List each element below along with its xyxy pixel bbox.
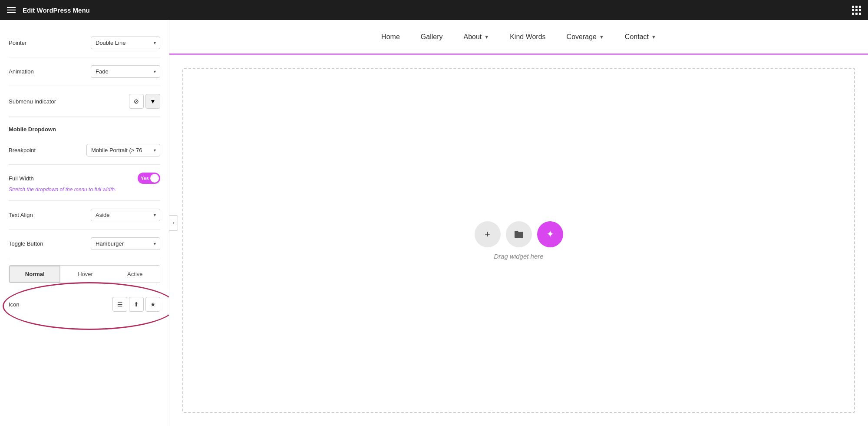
widget-add-button[interactable]: +: [475, 221, 501, 247]
state-tabs: Normal Hover Active: [9, 265, 160, 283]
widget-folder-button[interactable]: [506, 221, 532, 247]
icon-star-btn[interactable]: ★: [145, 297, 160, 312]
breakpoint-select[interactable]: Mobile Portrait (> 76 Mobile Landscape T…: [86, 144, 160, 156]
nav-home-label: Home: [381, 33, 400, 41]
icon-row: Icon ☰ ⬆ ★: [9, 290, 160, 319]
toggle-yes-label: Yes: [141, 176, 149, 181]
icon-upload-btn[interactable]: ⬆: [129, 297, 144, 312]
nav-item-contact[interactable]: Contact ▼: [625, 33, 656, 41]
breakpoint-select-wrapper: Mobile Portrait (> 76 Mobile Landscape T…: [86, 144, 160, 156]
nav-preview: Home Gallery About ▼ Kind Words Coverage…: [169, 20, 868, 55]
pointer-select-wrapper: Double Line Underline Overline None: [91, 37, 160, 49]
main-layout: Pointer Double Line Underline Overline N…: [0, 20, 868, 426]
nav-item-home[interactable]: Home: [381, 33, 400, 41]
sidebar: Pointer Double Line Underline Overline N…: [0, 20, 169, 426]
toggle-button-row: Toggle Button Hamburger Arrow None: [9, 230, 160, 258]
nav-coverage-label: Coverage: [567, 33, 597, 41]
animation-select-wrapper: Fade Slide None: [91, 65, 160, 78]
folder-icon: [514, 230, 524, 239]
mobile-dropdown-heading: Mobile Dropdown: [9, 119, 160, 136]
breakpoint-row: Breakpoint Mobile Portrait (> 76 Mobile …: [9, 136, 160, 165]
text-align-label: Text Align: [9, 212, 33, 218]
nav-coverage-chevron: ▼: [599, 34, 604, 40]
icon-list-btn[interactable]: ☰: [112, 297, 127, 312]
nav-kind-words-label: Kind Words: [510, 33, 545, 41]
full-width-hint: Stretch the dropdown of the menu to full…: [9, 186, 160, 193]
widget-magic-button[interactable]: ✦: [537, 221, 563, 247]
pointer-select[interactable]: Double Line Underline Overline None: [91, 37, 160, 49]
animation-select[interactable]: Fade Slide None: [91, 65, 160, 78]
top-bar: Edit WordPress Menu: [0, 0, 868, 20]
submenu-indicator-row: Submenu Indicator ⊘ ▼: [9, 86, 160, 117]
pointer-row: Pointer Double Line Underline Overline N…: [9, 29, 160, 57]
widget-buttons: + ✦: [475, 221, 563, 247]
nav-item-gallery[interactable]: Gallery: [421, 33, 443, 41]
pointer-label: Pointer: [9, 40, 26, 46]
submenu-controls: ⊘ ▼: [129, 94, 160, 109]
sidebar-collapse-arrow[interactable]: ‹: [169, 215, 178, 231]
tab-hover[interactable]: Hover: [60, 266, 110, 283]
text-align-select[interactable]: Aside Left Center Right: [91, 209, 160, 221]
toggle-button-select-wrapper: Hamburger Arrow None: [91, 237, 160, 250]
text-align-select-wrapper: Aside Left Center Right: [91, 209, 160, 221]
animation-label: Animation: [9, 68, 34, 75]
toggle-knob: [150, 174, 159, 183]
widget-drag-text: Drag widget here: [494, 253, 543, 260]
hamburger-icon[interactable]: [7, 7, 16, 13]
nav-about-chevron: ▼: [484, 34, 489, 40]
toggle-track: Yes: [138, 173, 160, 184]
canvas: Home Gallery About ▼ Kind Words Coverage…: [169, 20, 868, 426]
nav-item-coverage[interactable]: Coverage ▼: [567, 33, 604, 41]
text-align-row: Text Align Aside Left Center Right: [9, 201, 160, 230]
submenu-indicator-dropdown-btn[interactable]: ▼: [145, 94, 160, 109]
nav-contact-label: Contact: [625, 33, 649, 41]
icon-controls: ☰ ⬆ ★: [112, 297, 160, 312]
mobile-dropdown-section: Mobile Dropdown Breakpoint Mobile Portra…: [9, 117, 160, 319]
full-width-row: Full Width Yes Stretch the dropdown of t…: [9, 165, 160, 201]
page-title: Edit WordPress Menu: [23, 7, 845, 14]
full-width-toggle[interactable]: Yes: [138, 173, 160, 184]
full-width-row-main: Full Width Yes: [9, 173, 160, 184]
widget-area: + ✦ Drag widget here: [182, 68, 855, 413]
apps-grid-icon[interactable]: [852, 6, 861, 15]
toggle-button-label: Toggle Button: [9, 240, 43, 247]
toggle-button-select[interactable]: Hamburger Arrow None: [91, 237, 160, 250]
breakpoint-label: Breakpoint: [9, 147, 36, 153]
tab-active[interactable]: Active: [110, 266, 160, 283]
submenu-indicator-icon-btn[interactable]: ⊘: [129, 94, 144, 109]
widget-center: + ✦ Drag widget here: [475, 221, 563, 260]
animation-row: Animation Fade Slide None: [9, 57, 160, 86]
full-width-label: Full Width: [9, 175, 34, 182]
tab-normal[interactable]: Normal: [9, 266, 60, 283]
nav-item-kind-words[interactable]: Kind Words: [510, 33, 545, 41]
nav-item-about[interactable]: About ▼: [463, 33, 489, 41]
submenu-indicator-label: Submenu Indicator: [9, 98, 56, 105]
nav-about-label: About: [463, 33, 482, 41]
icon-label: Icon: [9, 301, 20, 308]
nav-contact-chevron: ▼: [651, 34, 656, 40]
nav-gallery-label: Gallery: [421, 33, 443, 41]
